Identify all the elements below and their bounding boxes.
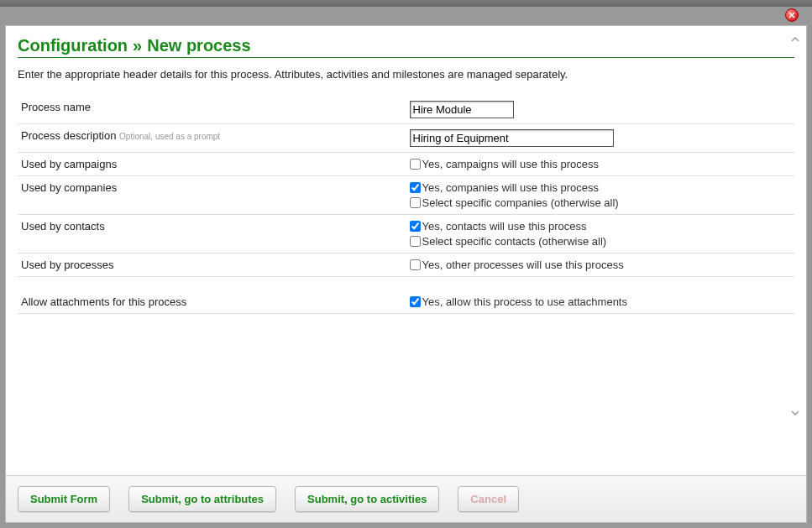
label-process-name: Process name: [18, 96, 406, 124]
dialog-footer: Submit Form Submit, go to attributes Sub…: [6, 475, 806, 522]
checkbox-contacts-use[interactable]: [410, 221, 421, 232]
form-table: Process name Process description Optiona…: [18, 96, 794, 314]
checkbox-contacts-specific[interactable]: [410, 236, 421, 247]
checkbox-label-contacts-specific: Select specific contacts (otherwise all): [422, 235, 607, 248]
checkbox-label-allow-attachments: Yes, allow this process to use attachmen…: [422, 295, 627, 308]
row-used-by-contacts: Used by contacts Yes, contacts will use …: [18, 215, 794, 254]
close-button[interactable]: [785, 8, 799, 22]
backdrop-header-strip: [0, 0, 812, 7]
submit-form-button[interactable]: Submit Form: [18, 486, 110, 512]
submit-activities-button[interactable]: Submit, go to activities: [295, 486, 439, 512]
dialog-body: Configuration » New process Enter the ap…: [6, 26, 806, 475]
breadcrumb-root: Configuration: [18, 36, 128, 55]
label-used-by-campaigns: Used by campaigns: [18, 153, 406, 176]
checkbox-label-companies-specific: Select specific companies (otherwise all…: [422, 196, 619, 209]
checkbox-campaigns-use[interactable]: [410, 159, 421, 170]
hint-process-description: Optional, used as a prompt: [119, 132, 220, 141]
label-allow-attachments: Allow attachments for this process: [18, 290, 406, 314]
page-header: Configuration » New process: [18, 36, 794, 58]
checkbox-processes-use[interactable]: [410, 259, 421, 270]
row-used-by-companies: Used by companies Yes, companies will us…: [18, 176, 794, 215]
scroll-down-icon: [791, 408, 799, 416]
label-process-description: Process description: [21, 129, 116, 142]
label-used-by-contacts: Used by contacts: [18, 215, 406, 254]
row-process-description: Process description Optional, used as a …: [18, 124, 794, 153]
dialog: Configuration » New process Enter the ap…: [5, 25, 807, 523]
label-used-by-companies: Used by companies: [18, 176, 406, 215]
process-description-input[interactable]: [410, 129, 614, 147]
process-name-input[interactable]: [410, 101, 514, 118]
page-title: New process: [147, 36, 250, 55]
intro-text: Enter the appropriate header details for…: [18, 68, 794, 81]
label-used-by-processes: Used by processes: [18, 254, 406, 277]
checkbox-label-companies-use: Yes, companies will use this process: [422, 181, 600, 194]
submit-attributes-button[interactable]: Submit, go to attributes: [128, 486, 276, 512]
scroll-up-icon: [791, 34, 799, 43]
breadcrumb-separator: »: [133, 36, 142, 55]
row-used-by-processes: Used by processes Yes, other processes w…: [18, 254, 794, 277]
checkbox-allow-attachments[interactable]: [410, 296, 421, 307]
row-used-by-campaigns: Used by campaigns Yes, campaigns will us…: [18, 153, 794, 176]
checkbox-companies-specific[interactable]: [410, 197, 421, 208]
row-process-name: Process name: [18, 96, 794, 124]
checkbox-label-campaigns-use: Yes, campaigns will use this process: [422, 158, 600, 170]
cancel-button[interactable]: Cancel: [458, 486, 519, 512]
close-icon: [788, 12, 795, 18]
checkbox-label-processes-use: Yes, other processes will use this proce…: [422, 259, 624, 271]
row-allow-attachments: Allow attachments for this process Yes, …: [18, 290, 794, 314]
checkbox-label-contacts-use: Yes, contacts will use this process: [422, 220, 587, 233]
checkbox-companies-use[interactable]: [410, 182, 421, 193]
